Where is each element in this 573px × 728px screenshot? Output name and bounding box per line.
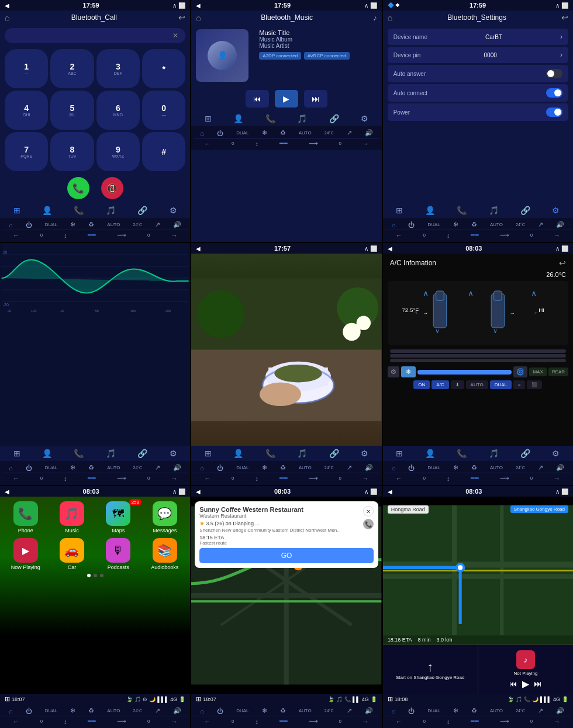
ac-settings-icon[interactable]: ⚙	[388, 366, 399, 377]
nav-tab-gear-2[interactable]: ⚙	[358, 113, 371, 124]
cp-grid-icon-8[interactable]: ⊞	[196, 695, 201, 703]
app-now-playing[interactable]: ▶ Now Playing	[5, 538, 46, 570]
nav-tab-phone-1[interactable]: 📞	[71, 204, 86, 216]
setting-device-name[interactable]: Device name CarBT ›	[388, 29, 568, 45]
nav-tab-phone-2[interactable]: 📞	[263, 113, 278, 124]
ac-rear-defrost-btn[interactable]: ⬛	[527, 380, 542, 389]
setting-auto-answer[interactable]: Auto answer	[388, 65, 568, 82]
app-podcasts[interactable]: 🎙 Podcasts	[98, 538, 139, 570]
app-audiobooks[interactable]: 📚 Audiobooks	[144, 538, 185, 570]
bottom-ctrl-7: ⌂ ⏻ DUAL ❄ ♻ AUTO 24°C ↗ 🔊 ← 0 ↕ ━━ ⟿ 0 …	[0, 704, 190, 728]
dot-2[interactable]	[94, 574, 97, 577]
ac-ac-btn[interactable]: A/C	[432, 380, 448, 389]
poi-go-btn[interactable]: GO	[199, 548, 373, 563]
nav-tab-music-1[interactable]: 🎵	[103, 204, 118, 216]
back-icon-1[interactable]: ↩	[178, 13, 185, 22]
num-btn-3[interactable]: 3DEF	[96, 49, 140, 88]
ac-defrost-btn[interactable]: ≈	[513, 380, 525, 389]
back-arrow-2[interactable]: ◀	[196, 2, 201, 9]
ctrl-vol-1[interactable]: 🔊	[173, 221, 181, 228]
app-music[interactable]: 🎵 Music	[51, 501, 92, 533]
home-icon-3[interactable]: ⌂	[388, 13, 392, 22]
num-btn-7[interactable]: 7PQRS	[5, 132, 48, 171]
home-icon-1[interactable]: ⌂	[5, 13, 9, 22]
auto-answer-toggle[interactable]	[546, 69, 562, 78]
call-buttons: 📞 📵	[0, 174, 190, 203]
cp-time-7: 18:07	[12, 696, 25, 702]
poi-call-btn[interactable]: 📞	[363, 519, 374, 529]
num-btn-1[interactable]: 1—	[5, 49, 48, 88]
play-btn[interactable]: ▶	[275, 90, 298, 108]
dot-1[interactable]	[87, 574, 91, 577]
prev-btn[interactable]: ⏮	[246, 90, 269, 108]
nav-next-btn[interactable]: ⏭	[534, 679, 542, 688]
ac-fan-icon[interactable]: ❄	[401, 366, 416, 377]
num-btn-2[interactable]: 2ABC	[50, 49, 94, 88]
ac-slider-2[interactable]	[390, 354, 566, 358]
ac-fan-speed-icon[interactable]: 🌀	[513, 366, 527, 377]
home-icon-2[interactable]: ⌂	[196, 13, 201, 22]
nav-prev-btn[interactable]: ⏮	[509, 679, 517, 688]
ac-recirc-btn[interactable]: ⬇	[451, 380, 464, 389]
setting-power[interactable]: Power	[388, 103, 568, 121]
call-answer-btn[interactable]: 📞	[67, 177, 89, 199]
app-car[interactable]: 🚗 Car	[51, 538, 92, 570]
call-end-btn[interactable]: 📵	[101, 177, 123, 199]
app-phone[interactable]: 📞 Phone	[5, 501, 46, 533]
dot-3[interactable]	[100, 574, 103, 577]
ctrl-fan-1[interactable]: ♻	[88, 221, 94, 228]
ac-back-icon[interactable]: ↩	[559, 258, 566, 268]
ac-rear-btn[interactable]: REAR	[548, 368, 568, 376]
dial-input[interactable]: ✕	[5, 28, 185, 43]
nav-tab-grid-2[interactable]: ⊞	[202, 113, 214, 124]
ac-slider-1[interactable]	[390, 349, 566, 353]
ctrl-power-1[interactable]: ⏻	[26, 221, 32, 228]
app-messages[interactable]: 💬 Messages	[144, 501, 185, 533]
ctrl-left-1[interactable]: ←	[13, 232, 19, 239]
video-content[interactable]	[191, 254, 381, 446]
cp-grid-icon-9[interactable]: ⊞	[388, 695, 393, 703]
cp-grid-icon[interactable]: ⊞	[5, 695, 10, 703]
num-btn-8[interactable]: 8TUV	[50, 132, 94, 171]
poi-close-btn[interactable]: ✕	[363, 506, 374, 516]
ctrl-ud-1[interactable]: ↕	[64, 232, 67, 239]
setting-device-pin[interactable]: Device pin 0000 ›	[388, 47, 568, 63]
ctrl-dir-1[interactable]: ↗	[155, 221, 160, 228]
ctrl-snow-1[interactable]: ❄	[70, 221, 75, 228]
ctrl-home-2[interactable]: ⌂	[200, 130, 204, 137]
nav-tab-link-1[interactable]: 🔗	[135, 204, 150, 216]
ac-dual-btn[interactable]: DUAL	[490, 380, 512, 389]
ctrl-right-1[interactable]: →	[171, 232, 177, 239]
num-btn-6[interactable]: 6MNO	[96, 91, 140, 130]
num-btn-0[interactable]: 0—	[142, 91, 185, 130]
num-btn-star[interactable]: *	[142, 49, 185, 88]
power-toggle[interactable]	[546, 108, 562, 117]
nav-tab-music-2[interactable]: 🎵	[295, 113, 309, 124]
num-btn-4[interactable]: 4GHI	[5, 91, 48, 130]
nav-tab-user-1[interactable]: 👤	[40, 204, 54, 216]
num-btn-hash[interactable]: #	[142, 132, 185, 171]
ac-fan-bar[interactable]	[417, 370, 512, 375]
ctrl-home-1[interactable]: ⌂	[9, 221, 13, 228]
num-btn-5[interactable]: 5JKL	[50, 91, 94, 130]
next-btn[interactable]: ⏭	[304, 90, 327, 108]
ac-auto-btn[interactable]: AUTO	[466, 380, 488, 389]
music-note-2[interactable]: ♪	[373, 13, 377, 22]
app-maps[interactable]: 🗺 259 Maps	[98, 501, 139, 533]
ctrl-slider-1[interactable]: ━━	[88, 231, 96, 239]
back-icon-3[interactable]: ↩	[561, 13, 568, 22]
auto-connect-toggle[interactable]	[546, 88, 562, 98]
nav-tab-gear-1[interactable]: ⚙	[167, 204, 180, 216]
nav-play-btn[interactable]: ▶	[522, 678, 529, 689]
nav-tab-grid-1[interactable]: ⊞	[11, 204, 23, 216]
back-arrow-1[interactable]: ◀	[5, 2, 9, 9]
ac-slider-3[interactable]	[390, 359, 566, 362]
nav-tab-link-2[interactable]: 🔗	[327, 113, 341, 124]
setting-auto-connect[interactable]: Auto connect	[388, 84, 568, 102]
ctrl-power-2[interactable]: ⏻	[217, 130, 223, 137]
ac-on-btn[interactable]: ON	[413, 380, 430, 389]
ac-max-btn[interactable]: MAX	[529, 368, 546, 376]
nav-tab-user-2[interactable]: 👤	[231, 113, 246, 124]
num-btn-9[interactable]: 9WXYZ	[96, 132, 140, 171]
dial-clear-btn[interactable]: ✕	[172, 32, 178, 40]
